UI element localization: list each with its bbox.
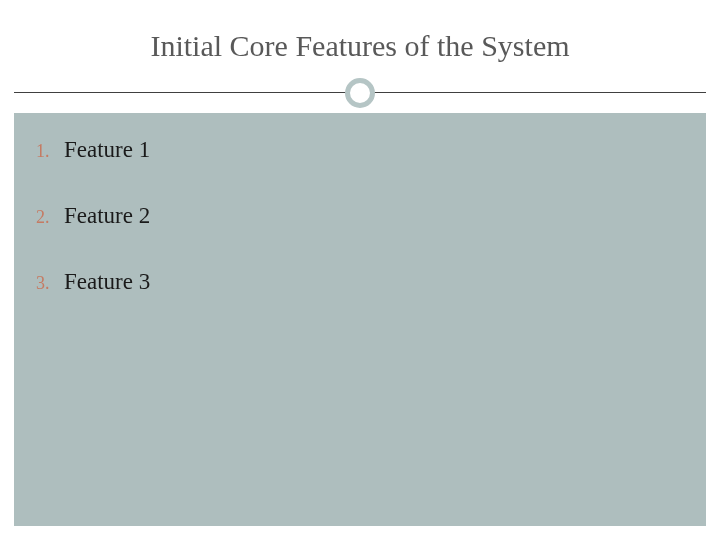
list-number: 2.: [36, 207, 64, 228]
list-item-text: Feature 1: [64, 137, 150, 163]
ring-ornament-icon: [345, 78, 375, 108]
list-item-text: Feature 3: [64, 269, 150, 295]
list-number: 1.: [36, 141, 64, 162]
list-item: 2. Feature 2: [36, 203, 684, 229]
list-item: 3. Feature 3: [36, 269, 684, 295]
list-item: 1. Feature 1: [36, 137, 684, 163]
slide: Initial Core Features of the System 1. F…: [0, 0, 720, 540]
content-area: 1. Feature 1 2. Feature 2 3. Feature 3: [14, 113, 706, 526]
list-item-text: Feature 2: [64, 203, 150, 229]
feature-list: 1. Feature 1 2. Feature 2 3. Feature 3: [36, 137, 684, 295]
list-number: 3.: [36, 273, 64, 294]
slide-title: Initial Core Features of the System: [150, 29, 569, 63]
